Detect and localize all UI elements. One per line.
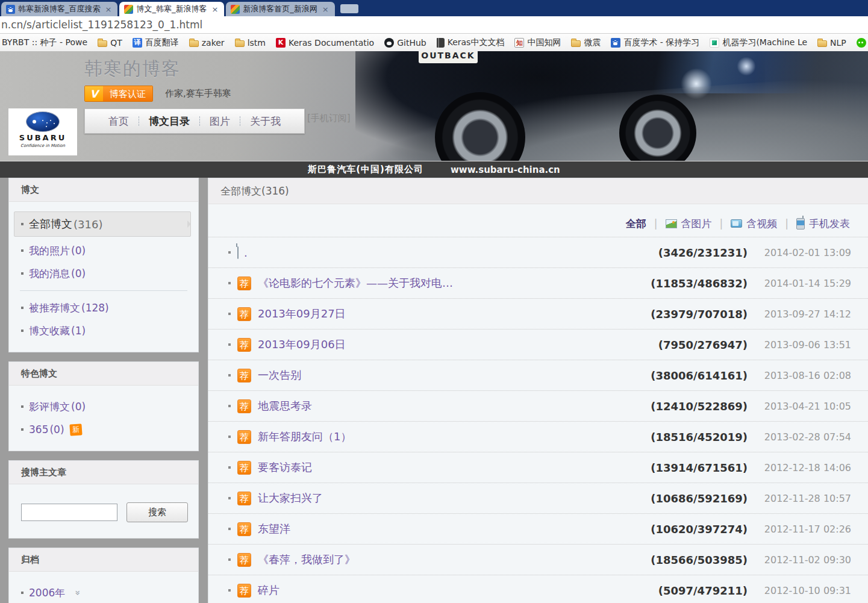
bookmark-item[interactable]: QT [98,38,122,48]
post-title-link[interactable]: 2013年09月06日 [258,337,630,352]
post-title-link[interactable]: 《春萍，我做到了》 [258,552,630,567]
search-input[interactable] [21,504,117,521]
filter-1[interactable]: 全部 [626,217,646,231]
sidebar-item[interactable]: 博文收藏(1) [9,319,198,342]
sidebar-link[interactable]: 2006年 [29,586,65,600]
sidebar-item[interactable]: 被推荐博文(128) [9,296,198,319]
bookmark-item[interactable]: BYRBT :: 种子 - Powe [2,37,87,48]
sidebar-box-title: 博文 [9,178,198,202]
sidebar-box-search: 搜博主文章 搜索 [8,460,199,539]
sidebar-item[interactable]: 2006年» [9,581,198,603]
folder-icon [98,40,107,47]
bookmark-item[interactable]: KKeras Documentatio [276,38,374,48]
sidebar-item[interactable]: 全部博文(316) [14,211,191,237]
bookmark-item[interactable]: lstm [235,38,266,48]
folder-icon [817,40,827,47]
bookmark-label: 机器学习(Machine Le [722,37,807,48]
sidebar-item[interactable]: 我的消息(0) [9,262,198,285]
bookmark-item[interactable]: NLP [817,38,846,48]
post-title-link[interactable]: 东望洋 [258,522,630,536]
browser-window: 韩寒新浪博客_百度搜索×博文_韩寒_新浪博客×新浪博客首页_新浪网× n.cn/… [0,0,868,603]
recommend-badge: 荐 [237,369,251,383]
sidebar-count: (0) [71,401,86,413]
post-row: 荐2013年09月06日(7950/276947)2013-09-06 13:5… [208,330,868,360]
tab-close-icon[interactable]: × [321,5,330,14]
divider [20,290,187,291]
post-counts: (7950/276947) [630,339,748,351]
post-title-link[interactable]: 一次告别 [258,368,630,383]
post-title-link[interactable]: 新年答朋友问（1） [258,430,630,444]
sidebar-link[interactable]: 全部博文 [29,217,72,231]
filter-4[interactable]: 手机发表 [796,217,850,231]
blog-verified-badge[interactable]: V 博客认证 [84,86,153,102]
sponsor-website[interactable]: www.subaru-china.cn [451,164,560,175]
bookmark-item[interactable]: 百度学术 - 保持学习 [611,37,699,48]
sidebar-box-title: 搜博主文章 [9,461,198,484]
bookmark-item[interactable]: 微震 [571,37,601,48]
bookmark-item[interactable]: GitHub [384,38,426,48]
post-title-link[interactable]: 碎片 [258,583,630,598]
bookmark-item[interactable]: zaker [189,38,225,48]
post-title-link[interactable]: 地震思考录 [258,399,630,413]
post-list: .(3426/231231)2014-02-01 13:09荐《论电影的七个元素… [208,237,868,603]
blog-title: 韩寒的博客 [84,57,181,81]
book-icon [437,38,445,48]
bullet-icon [21,249,23,252]
sidebar-link[interactable]: 影评博文 [29,400,70,414]
folder-icon [189,40,199,47]
bullet-icon [21,307,23,309]
browser-tab[interactable]: 博文_韩寒_新浪博客× [119,2,224,16]
filter-3[interactable]: 含视频 [731,217,777,231]
post-title-link[interactable]: 《论电影的七个元素》——关于我对电… [258,276,630,290]
sidebar-link[interactable]: 被推荐博文 [29,301,80,315]
post-date: 2013-08-16 02:08 [748,370,851,381]
sidebar-item[interactable]: 影评博文(0) [9,395,198,418]
tab-close-icon[interactable]: × [210,5,219,14]
post-counts: (38006/614161) [630,369,748,382]
post-row: 荐让大家扫兴了(10686/592169)2012-11-28 10:57 [208,483,868,514]
sidebar-link[interactable]: 我的照片 [29,244,70,258]
subaru-logo-box[interactable]: SUBARU Confidence in Motion [8,108,77,155]
sidebar-item[interactable]: 我的照片(0) [9,239,198,262]
bookmark-item[interactable]: 译百度翻译 [133,37,179,48]
sidebar-item[interactable]: 365(0)新 [9,418,198,441]
filter-label: 全部 [626,217,646,231]
tab-close-icon[interactable]: × [104,5,113,14]
sidebar-link[interactable]: 博文收藏 [29,324,70,338]
bookmark-item[interactable]: 微信网页版 [857,37,868,48]
bullet-icon [21,272,23,275]
post-title-link[interactable]: 让大家扫兴了 [258,491,630,505]
search-row: 搜索 [9,494,198,528]
nav-item-2[interactable]: 博文目录 [139,114,199,128]
post-counts: (10620/397274) [630,523,748,536]
street-light-glow [736,56,757,77]
post-title-link[interactable]: 2013年09月27日 [258,307,630,321]
bookmark-label: 微震 [584,37,601,48]
video-icon [731,219,742,228]
post-counts: (18516/452019) [630,431,748,443]
filter-2[interactable]: 含图片 [666,217,712,231]
sidebar-link[interactable]: 我的消息 [29,267,70,281]
expand-chevron-icon[interactable]: » [72,590,83,595]
address-bar[interactable]: n.cn/s/articlelist_1191258123_0_1.html [0,16,868,34]
sidebar-count: (316) [73,218,102,231]
bookmark-item[interactable]: Keras中文文档 [437,37,505,48]
nav-item-1[interactable]: 首页 [99,114,139,128]
post-title-link[interactable]: 要客访泰记 [258,460,630,475]
post-filters: 全部|含图片|含视频|手机发表 [208,210,868,237]
nav-item-4[interactable]: 关于我 [240,114,290,128]
new-tab-button[interactable] [340,4,358,13]
post-counts: (10686/592169) [630,492,748,505]
nav-item-3[interactable]: 图片 [200,114,240,128]
blog-banner: OUTBACK 韩寒的博客 V 博客认证 作家,赛车手韩寒 SUBARU Con… [0,51,868,161]
bookmark-item[interactable]: 知中国知网 [514,37,561,48]
mobile-subscribe-link[interactable]: [手机订阅] [307,113,351,124]
sidebar-box-featured: 特色博文 影评博文(0)365(0)新 [8,361,199,451]
sidebar-link[interactable]: 365 [29,423,48,436]
verified-badge-label: 博客认证 [103,86,152,101]
bookmark-item[interactable]: 机器学习(Machine Le [710,37,807,48]
browser-tab[interactable]: 新浪博客首页_新浪网× [226,2,334,16]
post-title-link[interactable]: . [244,246,630,259]
browser-tab[interactable]: 韩寒新浪博客_百度搜索× [1,2,117,16]
search-button[interactable]: 搜索 [126,502,188,522]
